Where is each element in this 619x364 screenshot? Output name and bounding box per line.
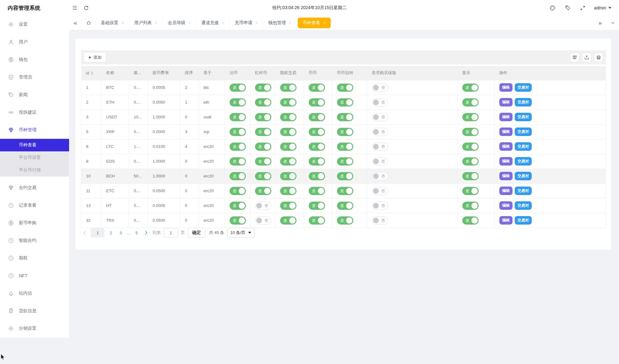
insurance-toggle[interactable]: 否 (372, 128, 388, 136)
sidebar-item-options[interactable]: 期权 (0, 249, 69, 267)
tab-channel-recharge[interactable]: 通道充值× (196, 16, 230, 30)
option-toggle[interactable]: 是 (280, 202, 296, 210)
option-toggle[interactable]: 是 (280, 157, 296, 166)
close-tab-icon[interactable]: × (323, 20, 326, 25)
show-toggle[interactable]: 是 (462, 202, 479, 210)
home-tab-icon[interactable] (82, 16, 95, 30)
transfer-toggle[interactable]: 是 (337, 202, 353, 210)
option-toggle[interactable]: 是 (280, 113, 296, 121)
option-toggle[interactable]: 是 (280, 216, 296, 225)
lever-toggle[interactable]: 是 (255, 172, 271, 180)
sort-icon[interactable] (91, 71, 93, 75)
transfer-toggle[interactable]: 是 (337, 172, 353, 180)
sidebar-item-smart-contract[interactable]: 智能合约 (0, 232, 69, 249)
transfer-toggle[interactable]: 是 (337, 216, 353, 225)
sidebar-item-admins[interactable]: 管理员 (0, 68, 69, 86)
tabs-menu-icon[interactable] (606, 16, 619, 30)
print-icon[interactable] (594, 53, 603, 62)
sidebar-item-news[interactable]: 新闻 (0, 86, 69, 104)
edit-button[interactable]: 编辑 (499, 83, 513, 92)
lever-toggle[interactable]: 是 (255, 128, 271, 136)
coin-toggle[interactable]: 是 (309, 172, 325, 180)
trading-pair-button[interactable]: 交易对 (515, 113, 532, 121)
column-header-2[interactable]: 最... (129, 66, 148, 80)
transfer-toggle[interactable]: 是 (337, 128, 353, 136)
coin-toggle[interactable]: 是 (309, 84, 325, 92)
transfer-toggle[interactable]: 是 (337, 157, 353, 166)
column-header-11[interactable]: 是否购买保险 (367, 66, 458, 80)
transfer-toggle[interactable]: 是 (337, 113, 353, 121)
sidebar-item-settings[interactable]: 设置 (0, 16, 69, 33)
column-header-5[interactable]: 基于 (199, 66, 225, 80)
fiat-toggle[interactable]: 是 (230, 128, 246, 136)
insurance-toggle[interactable]: 否 (372, 187, 388, 195)
page-link[interactable]: 5 (133, 231, 140, 235)
insurance-toggle[interactable]: 否 (372, 172, 388, 180)
column-header-4[interactable]: 排序 (180, 66, 199, 80)
fiat-toggle[interactable]: 是 (230, 98, 246, 106)
coin-toggle[interactable]: 是 (309, 157, 325, 166)
fiat-toggle[interactable]: 是 (230, 157, 246, 166)
trading-pair-button[interactable]: 交易对 (515, 128, 532, 136)
column-header-1[interactable]: 名称 (101, 66, 129, 80)
refresh-icon[interactable] (80, 2, 92, 14)
transfer-toggle[interactable]: 是 (337, 187, 353, 195)
option-toggle[interactable]: 是 (280, 187, 296, 195)
confirm-button[interactable]: 确定 (188, 228, 205, 238)
show-toggle[interactable]: 是 (462, 216, 479, 225)
close-tab-icon[interactable]: × (289, 20, 291, 25)
lever-toggle[interactable]: 是 (255, 143, 271, 151)
export-icon[interactable] (582, 53, 591, 62)
submenu-item-coin-view[interactable]: 币种查看 (0, 139, 69, 151)
insurance-toggle[interactable]: 否 (372, 143, 388, 151)
theme-palette-icon[interactable] (547, 2, 558, 14)
show-toggle[interactable]: 是 (462, 113, 479, 121)
lever-toggle[interactable]: 是 (255, 187, 271, 195)
column-header-0[interactable]: id (81, 66, 101, 80)
insurance-toggle[interactable]: 否 (372, 84, 388, 92)
trading-pair-button[interactable]: 交易对 (515, 201, 532, 210)
prev-page-icon[interactable] (81, 228, 88, 237)
edit-button[interactable]: 编辑 (499, 157, 513, 166)
next-page-icon[interactable] (143, 228, 150, 237)
sidebar-item-record-view[interactable]: 记录查看 (0, 197, 69, 214)
show-toggle[interactable]: 是 (462, 84, 479, 92)
transfer-toggle[interactable]: 是 (337, 98, 353, 106)
tab-wallet-management[interactable]: 钱包管理× (263, 16, 296, 30)
show-toggle[interactable]: 是 (462, 143, 479, 151)
edit-button[interactable]: 编辑 (499, 201, 513, 210)
coin-toggle[interactable]: 是 (309, 187, 325, 195)
insurance-toggle[interactable]: 否 (372, 202, 388, 210)
submenu-item-platform-coin-settings[interactable]: 平台币设置 (0, 151, 69, 164)
submenu-item-platform-coin-market[interactable]: 平台币行情 (0, 164, 69, 177)
tabs-scroll-left-icon[interactable]: « (69, 16, 82, 30)
fiat-toggle[interactable]: 是 (230, 187, 246, 195)
current-page[interactable]: 1 (91, 228, 105, 237)
coin-toggle[interactable]: 是 (309, 143, 325, 151)
fiat-toggle[interactable]: 是 (230, 84, 246, 92)
sidebar-item-feedback[interactable]: 投拆建议 (0, 104, 69, 121)
goto-page-input[interactable] (164, 228, 178, 237)
trading-pair-button[interactable]: 交易对 (515, 216, 532, 225)
page-link[interactable]: 3 (117, 231, 124, 235)
edit-button[interactable]: 编辑 (499, 142, 513, 151)
fiat-toggle[interactable]: 是 (230, 172, 246, 180)
edit-button[interactable]: 编辑 (499, 216, 513, 225)
tab-member-level[interactable]: 会员等级× (162, 16, 196, 30)
fiat-toggle[interactable]: 是 (230, 113, 246, 121)
coin-toggle[interactable]: 是 (309, 98, 325, 106)
tab-coin-view[interactable]: 币种查看× (298, 18, 331, 28)
lever-toggle[interactable]: 是 (255, 157, 271, 166)
lever-toggle[interactable]: 是 (255, 113, 271, 121)
coin-toggle[interactable]: 是 (309, 128, 325, 136)
transfer-toggle[interactable]: 是 (337, 84, 353, 92)
edit-button[interactable]: 编辑 (499, 98, 513, 106)
fiat-toggle[interactable]: 是 (230, 202, 246, 210)
column-header-13[interactable]: 操作 (495, 66, 606, 80)
column-header-8[interactable]: 期权交易 (275, 66, 304, 80)
user-menu[interactable]: admin (592, 5, 613, 10)
trading-pair-button[interactable]: 交易对 (515, 142, 532, 151)
fullscreen-icon[interactable] (577, 2, 589, 14)
edit-button[interactable]: 编辑 (499, 172, 513, 180)
lever-toggle[interactable]: 否 (255, 202, 271, 210)
